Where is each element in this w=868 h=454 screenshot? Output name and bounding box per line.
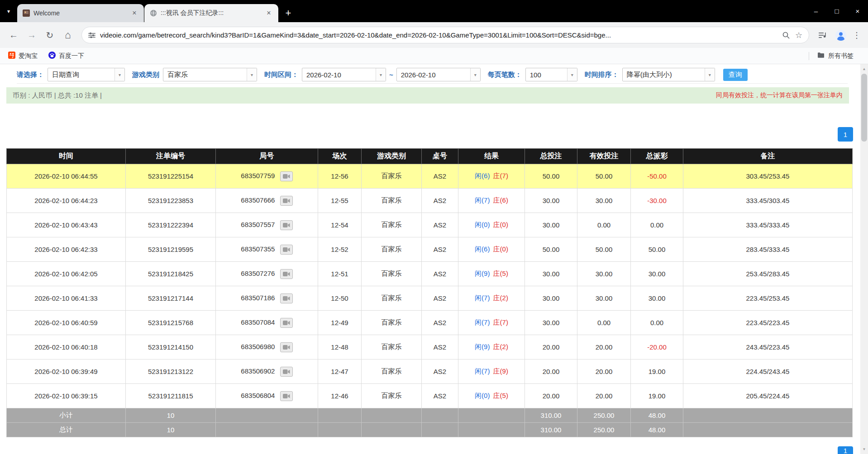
vertical-scrollbar[interactable]: ▲ ▼ bbox=[860, 64, 868, 454]
bet-table-totals: 小计 10 310.00 250.00 48.00 总计 10 bbox=[7, 408, 853, 437]
cell-table-no: AS2 bbox=[422, 262, 458, 286]
new-tab-button[interactable]: + bbox=[279, 4, 298, 22]
cell-total-bet[interactable]: 30.00 bbox=[525, 213, 577, 237]
video-replay-button[interactable] bbox=[280, 318, 293, 328]
empty-cell bbox=[422, 408, 458, 423]
video-replay-button[interactable] bbox=[280, 171, 293, 181]
date-start-input[interactable]: 2026-02-10 ▾ bbox=[302, 68, 386, 81]
cell-note: 303.45/253.45 bbox=[683, 164, 853, 189]
url-bar[interactable]: videoie.com/game/betrecord_search/kind3?… bbox=[81, 27, 809, 43]
date-end-input[interactable]: 2026-02-10 ▾ bbox=[396, 68, 481, 81]
tab-search-button[interactable]: ▾ bbox=[0, 0, 17, 22]
cell-total-bet[interactable]: 20.00 bbox=[525, 384, 577, 408]
cell-round-id: 683507276 bbox=[216, 262, 318, 286]
grand-total-label: 总计 bbox=[7, 423, 126, 437]
cell-session: 12-56 bbox=[318, 164, 362, 189]
cell-valid-bet: 20.00 bbox=[577, 359, 631, 384]
video-replay-button[interactable] bbox=[280, 220, 293, 230]
bookmark-aitaobao[interactable]: 爱淘宝 bbox=[8, 52, 38, 60]
tab-bet-record[interactable]: :::视讯 会员下注纪录::: × bbox=[144, 4, 278, 22]
empty-cell bbox=[318, 423, 362, 437]
scroll-down-icon[interactable]: ▼ bbox=[860, 445, 868, 453]
video-replay-button[interactable] bbox=[280, 391, 293, 401]
cell-total-bet[interactable]: 30.00 bbox=[525, 189, 577, 213]
scroll-up-icon[interactable]: ▲ bbox=[860, 65, 868, 73]
cell-result: 闲(6) 庄(7) bbox=[458, 164, 525, 189]
video-icon bbox=[283, 271, 290, 277]
pagination-page-1-bottom[interactable]: 1 bbox=[838, 446, 853, 454]
video-replay-button[interactable] bbox=[280, 367, 293, 377]
bet-record-table: 时间 注单编号 局号 场次 游戏类别 桌号 结果 总投注 有效投注 总派彩 备注… bbox=[6, 148, 853, 437]
result-player: 闲(7) bbox=[475, 196, 490, 204]
sort-select[interactable]: 降幂(由大到小) ▾ bbox=[622, 68, 715, 81]
video-replay-button[interactable] bbox=[280, 342, 293, 352]
cell-table-no: AS2 bbox=[422, 335, 458, 359]
cell-time: 2026-02-10 06:42:33 bbox=[7, 237, 126, 262]
browser-menu-button[interactable]: ⋮ bbox=[850, 30, 863, 40]
window-close-button[interactable]: × bbox=[847, 0, 868, 22]
result-banker: 庄(2) bbox=[493, 343, 508, 350]
empty-cell bbox=[458, 408, 525, 423]
table-row: 2026-02-10 06:44:55 523191225154 6835077… bbox=[7, 164, 853, 189]
dropdown-arrow-icon: ▾ bbox=[470, 68, 480, 81]
result-banker: 庄(7) bbox=[493, 172, 508, 180]
sort-value: 降幂(由大到小) bbox=[623, 68, 705, 81]
bookmark-star-icon[interactable]: ☆ bbox=[792, 30, 805, 40]
forward-button[interactable]: → bbox=[24, 28, 39, 43]
bookmark-label: 爱淘宝 bbox=[19, 52, 38, 60]
refresh-button[interactable]: ↻ bbox=[42, 28, 57, 43]
cell-table-no: AS2 bbox=[422, 164, 458, 189]
result-banker: 庄(7) bbox=[493, 318, 508, 326]
cell-bet-id: 523191213122 bbox=[126, 359, 216, 384]
search-button[interactable]: 查询 bbox=[723, 69, 748, 81]
all-bookmarks-button[interactable]: 所有书签 bbox=[809, 52, 860, 60]
round-id-value: 683507557 bbox=[241, 220, 275, 228]
cell-payout: 50.00 bbox=[631, 237, 683, 262]
cell-payout: 19.00 bbox=[631, 359, 683, 384]
home-button[interactable]: ⌂ bbox=[60, 28, 76, 43]
site-settings-icon[interactable] bbox=[86, 32, 98, 39]
result-banker: 庄(5) bbox=[493, 392, 508, 399]
close-icon[interactable]: × bbox=[265, 9, 273, 17]
cell-total-bet[interactable]: 30.00 bbox=[525, 286, 577, 311]
result-player: 闲(7) bbox=[475, 294, 490, 302]
cell-total-bet[interactable]: 50.00 bbox=[525, 164, 577, 189]
game-category-select[interactable]: 百家乐 ▾ bbox=[163, 68, 257, 81]
empty-cell bbox=[422, 423, 458, 437]
cell-note: 253.45/283.45 bbox=[683, 262, 853, 286]
url-text[interactable]: videoie.com/game/betrecord_search/kind3?… bbox=[100, 31, 780, 39]
query-type-select[interactable]: 日期查询 ▾ bbox=[48, 68, 125, 81]
cell-time: 2026-02-10 06:41:33 bbox=[7, 286, 126, 311]
profile-avatar[interactable] bbox=[833, 28, 849, 43]
video-replay-button[interactable] bbox=[280, 245, 293, 255]
per-page-input[interactable]: 100 ▾ bbox=[525, 68, 577, 81]
cell-total-bet[interactable]: 50.00 bbox=[525, 237, 577, 262]
cell-total-bet[interactable]: 20.00 bbox=[525, 335, 577, 359]
cell-total-bet[interactable]: 20.00 bbox=[525, 359, 577, 384]
cell-bet-id: 523191214150 bbox=[126, 335, 216, 359]
cell-total-bet[interactable]: 30.00 bbox=[525, 262, 577, 286]
media-controls-icon[interactable] bbox=[815, 28, 830, 43]
zoom-icon[interactable] bbox=[780, 31, 792, 39]
pagination-page-1[interactable]: 1 bbox=[838, 127, 853, 142]
currency-summary: 币别 : 人民币 | 总共 :10 注单 | bbox=[13, 91, 102, 100]
cell-total-bet[interactable]: 30.00 bbox=[525, 311, 577, 335]
scrollbar-thumb[interactable] bbox=[861, 74, 867, 142]
cell-bet-id: 523191219595 bbox=[126, 237, 216, 262]
table-header: 时间 注单编号 局号 场次 游戏类别 桌号 结果 总投注 有效投注 总派彩 备注 bbox=[7, 149, 853, 164]
minimize-button[interactable]: – bbox=[806, 0, 826, 22]
bookmark-baidu[interactable]: 百度一下 bbox=[48, 52, 84, 60]
video-replay-button[interactable] bbox=[280, 293, 293, 303]
video-icon bbox=[283, 198, 290, 203]
header-note: 备注 bbox=[683, 149, 853, 164]
divider bbox=[809, 52, 809, 60]
close-icon[interactable]: × bbox=[130, 9, 138, 17]
tab-welcome[interactable]: Welcome × bbox=[17, 4, 144, 22]
video-replay-button[interactable] bbox=[280, 196, 293, 206]
result-player: 闲(6) bbox=[475, 172, 490, 180]
video-replay-button[interactable] bbox=[280, 269, 293, 279]
maximize-button[interactable]: □ bbox=[826, 0, 847, 22]
back-button[interactable]: ← bbox=[6, 28, 21, 43]
grand-total-total-bet: 310.00 bbox=[525, 423, 577, 437]
cell-valid-bet: 30.00 bbox=[577, 262, 631, 286]
